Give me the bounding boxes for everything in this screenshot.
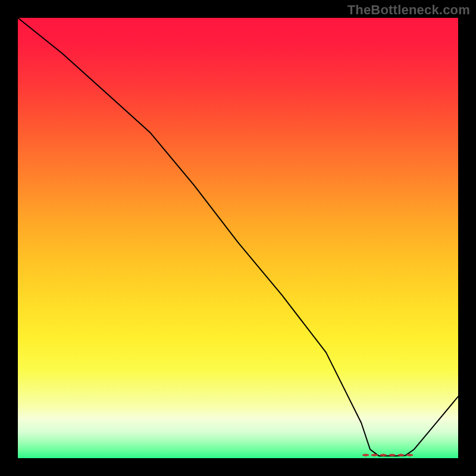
chart-svg <box>18 18 458 458</box>
svg-point-11 <box>408 453 411 456</box>
chart-curve <box>18 18 458 456</box>
svg-point-9 <box>399 453 402 456</box>
watermark-text: TheBottleneck.com <box>347 2 470 18</box>
svg-point-3 <box>373 453 376 456</box>
svg-point-1 <box>364 453 367 456</box>
plot-area <box>18 18 458 458</box>
svg-point-7 <box>391 453 394 456</box>
svg-point-5 <box>382 453 385 456</box>
chart-frame: TheBottleneck.com <box>0 0 476 476</box>
